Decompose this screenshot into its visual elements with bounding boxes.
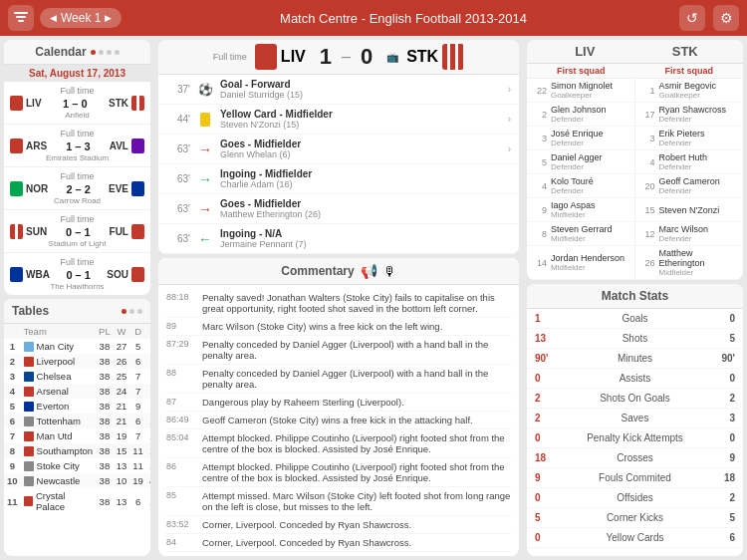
- away-team: STK: [109, 96, 144, 111]
- table-row[interactable]: 10 Newcastle 38 10 19 49 49: [4, 473, 150, 488]
- tables-content: Team PL W D L Pts 1 Man City 38: [4, 324, 150, 553]
- table-row[interactable]: 5 Everton 38 21 9 8 72: [4, 399, 150, 414]
- col-rank: [4, 324, 21, 339]
- home-player-name: José Enrique: [551, 129, 604, 139]
- center-panel: Full time LIV 1 – 0 📺 STK: [154, 36, 523, 560]
- stat-home-val: 0: [535, 532, 565, 543]
- tables-dot-1[interactable]: [122, 309, 126, 314]
- away-player-info: Marc Wilson Defender: [659, 224, 709, 243]
- team-mini-shirt: [24, 417, 34, 426]
- sub-out-icon: →: [196, 140, 214, 158]
- settings-icon[interactable]: ⚙: [713, 5, 739, 31]
- scroll-arrow: ›: [508, 114, 511, 125]
- mc-header: Full time LIV 1 – 0 📺 STK: [158, 40, 519, 75]
- team-name: Newcastle: [21, 473, 97, 488]
- away-player-name: Robert Huth: [659, 152, 708, 162]
- mc-icons: 📺: [386, 52, 398, 63]
- away-player-num: 3: [641, 134, 655, 143]
- cal-dot-2[interactable]: [99, 50, 104, 55]
- w-val: 25: [114, 369, 130, 384]
- home-name: WBA: [26, 269, 50, 280]
- table-row[interactable]: 6 Tottenham 38 21 6 11 69: [4, 414, 150, 428]
- away-player-name: Erik Pieters: [659, 129, 705, 139]
- mc-score-dash: –: [342, 48, 351, 66]
- away-player-info: Steven N'Zonzi: [659, 205, 720, 215]
- table-row[interactable]: 8 Southampton 38 15 11 12 56: [4, 443, 150, 458]
- event-type: Ingoing - Midfielder: [220, 168, 511, 179]
- match-status: Full time: [10, 171, 144, 181]
- calendar-box: Calendar Sat, August 17, 2013 Full time …: [4, 40, 150, 295]
- filter-icon[interactable]: [8, 5, 34, 31]
- stat-home-val: 18: [535, 452, 565, 463]
- table-row[interactable]: 9 Stoke City 38 13 11 14 50: [4, 458, 150, 473]
- away-name: FUL: [110, 226, 128, 237]
- table-row[interactable]: 3 Chelsea 38 25 7 6 82: [4, 369, 150, 384]
- home-player-info: José Enrique Defender: [551, 129, 604, 147]
- stat-home-val: 9: [535, 472, 565, 483]
- home-team: WBA: [10, 267, 50, 282]
- col-team: Team: [21, 324, 97, 339]
- away-player-pos: Midfielder: [659, 268, 738, 277]
- home-player-cell: 5 Daniel Agger Defender: [527, 150, 635, 173]
- w-val: 26: [114, 354, 130, 369]
- away-player-info: Ryan Shawcross Defender: [659, 105, 727, 124]
- match-item-liv-stk[interactable]: Full time LIV 1 – 0 STK Anfield: [4, 82, 150, 125]
- mc-home-team: LIV: [255, 44, 306, 70]
- team-name: Southampton: [21, 443, 97, 458]
- table-row[interactable]: 2 Liverpool 38 26 6 6 84: [4, 354, 150, 369]
- match-score: 1 – 3: [66, 140, 90, 152]
- team-mini-shirt: [24, 461, 34, 471]
- left-panel: Calendar Sat, August 17, 2013 Full time …: [0, 36, 154, 560]
- rank-num: 4: [4, 384, 21, 399]
- scroll-arrow: ›: [508, 143, 511, 154]
- table-row[interactable]: 4 Arsenal 38 24 7 7 79: [4, 384, 150, 399]
- away-player-cell: 1 Asmir Begovic Goalkeeper: [635, 79, 744, 102]
- venue: Carrow Road: [10, 196, 144, 205]
- scroll-arrow: ›: [508, 84, 511, 95]
- home-shirt: [10, 96, 23, 111]
- team-name: Everton: [21, 399, 97, 414]
- match-item-ars-avl[interactable]: Full time ARS 1 – 3 AVL Emirates Stadium: [4, 125, 150, 167]
- venue: The Hawthorns: [10, 282, 144, 291]
- team-name: Man Utd: [21, 428, 97, 443]
- away-player-cell: 3 Erik Pieters Defender: [635, 127, 744, 149]
- commentary-entry: 86:49 Geoff Cameron (Stoke City) wins a …: [166, 412, 511, 429]
- table-row[interactable]: 1 Man City 38 27 5 6 86: [4, 339, 150, 354]
- match-item-wba-sou[interactable]: Full time WBA 0 – 1 SOU The Hawthorns: [4, 253, 150, 295]
- away-player-info: Matthew Etherington Midfielder: [659, 248, 738, 277]
- team-mini-shirt: [24, 342, 34, 352]
- svg-rect-2: [18, 20, 24, 22]
- away-name: STK: [109, 98, 128, 109]
- match-stats-box: Match Stats 1 Goals 0 13 Shots 5 90' Min…: [527, 284, 743, 556]
- pl-val: 38: [96, 369, 114, 384]
- team-mini-shirt: [24, 372, 34, 382]
- commentary-time: 87: [166, 397, 196, 408]
- pl-val: 38: [96, 488, 114, 514]
- calendar-nav-dots: [91, 50, 120, 55]
- team-mini-shirt: [24, 402, 34, 412]
- cal-dot-4[interactable]: [115, 50, 120, 55]
- week-selector[interactable]: ◀ Week 1 ▶: [40, 8, 122, 28]
- event-detail: Goal - Forward Daniel Sturridge (15): [220, 79, 502, 100]
- cal-dot-1[interactable]: [91, 50, 96, 55]
- home-player-pos: Defender: [551, 139, 604, 147]
- cal-dot-3[interactable]: [107, 50, 112, 55]
- tables-dot-2[interactable]: [129, 309, 134, 314]
- commentary-entry: 88 Penalty conceded by Daniel Agger (Liv…: [166, 365, 511, 394]
- away-team: SOU: [107, 267, 144, 282]
- tables-dot-3[interactable]: [137, 309, 142, 314]
- commentary-time: 88:18: [166, 292, 196, 314]
- away-player-num: 12: [641, 229, 655, 239]
- events-list: 37' ⚽ Goal - Forward Daniel Sturridge (1…: [158, 75, 519, 254]
- event-min: 63': [166, 173, 190, 184]
- commentary-time: 89: [166, 321, 196, 332]
- refresh-icon[interactable]: ↺: [679, 5, 705, 31]
- match-item-sun-ful[interactable]: Full time SUN 0 – 1 FUL Stadium of Light: [4, 210, 150, 253]
- mc-away-shirt: [442, 44, 464, 70]
- table-row[interactable]: 11 Crystal Palace 38 13 6 19 45: [4, 488, 150, 514]
- match-item-nor-eve[interactable]: Full time NOR 2 – 2 EVE Carrow Road: [4, 167, 150, 210]
- home-name: NOR: [26, 183, 48, 194]
- home-player-name: Daniel Agger: [551, 152, 603, 162]
- table-row[interactable]: 7 Man Utd 38 19 7 12 64: [4, 428, 150, 443]
- away-player-cell: 26 Matthew Etherington Midfielder: [635, 246, 744, 279]
